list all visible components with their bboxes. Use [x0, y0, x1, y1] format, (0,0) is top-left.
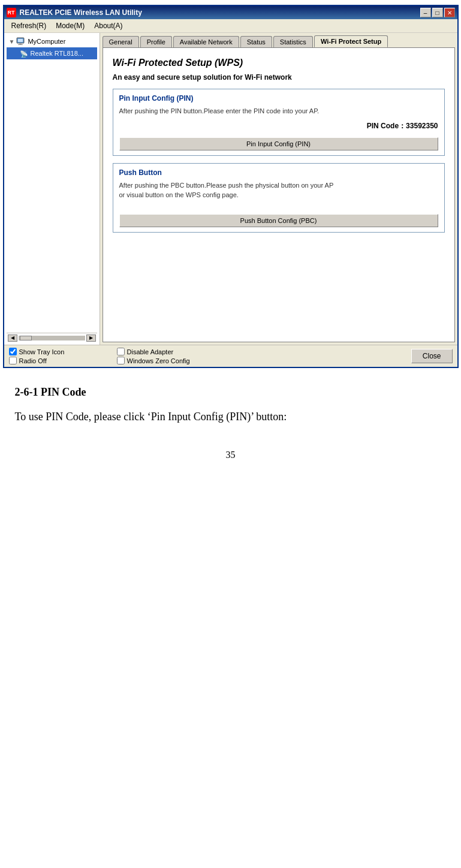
bottom-right-controls: Close — [411, 349, 453, 363]
wifi-icon: 📡 — [19, 49, 28, 58]
window-close-button[interactable]: ✕ — [444, 8, 455, 17]
pbc-section-title: Push Button — [119, 168, 438, 177]
window-controls: – □ ✕ — [420, 8, 455, 17]
tab-status[interactable]: Status — [240, 36, 272, 47]
tab-statistics[interactable]: Statistics — [273, 36, 313, 47]
bottom-left-controls: Show Tray Icon Radio Off — [9, 348, 117, 364]
tree-item-mycomputer[interactable]: ▼ MyComputer — [7, 35, 97, 47]
show-tray-icon-row: Show Tray Icon — [9, 348, 117, 355]
maximize-button[interactable]: □ — [432, 8, 443, 17]
tree-realtek-label: Realtek RTL818... — [31, 50, 83, 57]
minimize-button[interactable]: – — [420, 8, 431, 17]
scroll-thumb[interactable] — [20, 336, 32, 340]
body-text: To use PIN Code, please click ‘Pin Input… — [15, 408, 447, 426]
scroll-track — [19, 336, 85, 340]
tab-bar: General Profile Available Network Status… — [100, 33, 457, 47]
tree-mycomputer-label: MyComputer — [28, 38, 65, 45]
computer-icon — [16, 37, 25, 46]
pin-input-config-button[interactable]: Pin Input Config (PIN) — [119, 137, 438, 150]
show-tray-icon-checkbox[interactable] — [9, 348, 17, 355]
menu-mode[interactable]: Mode(M) — [51, 20, 89, 31]
disable-adapter-checkbox[interactable] — [117, 348, 125, 355]
pin-section: Pin Input Config (PIN) After pushing the… — [113, 89, 445, 156]
bottom-bar: Show Tray Icon Radio Off Disable Adapter… — [4, 345, 457, 367]
section-heading: 2-6-1 PIN Code — [15, 386, 447, 399]
tab-available-network[interactable]: Available Network — [173, 36, 239, 47]
svg-text:📡: 📡 — [20, 50, 28, 58]
close-button[interactable]: Close — [411, 349, 453, 363]
menu-bar: Refresh(R) Mode(M) About(A) — [4, 19, 457, 33]
windows-zero-config-checkbox[interactable] — [117, 357, 125, 364]
windows-zero-config-row: Windows Zero Config — [117, 357, 411, 364]
tree-view: ▼ MyComputer — [7, 35, 97, 333]
scroll-left-btn[interactable]: ◀ — [8, 334, 17, 342]
window-title: REALTEK PCIE Wireless LAN Utility — [20, 8, 420, 17]
tab-wifi-protect-setup[interactable]: Wi-Fi Protect Setup — [314, 35, 388, 47]
svg-rect-3 — [18, 44, 23, 45]
title-bar: RT REALTEK PCIE Wireless LAN Utility – □… — [4, 6, 457, 19]
app-icon: RT — [7, 8, 16, 17]
sidebar: ▼ MyComputer — [4, 33, 100, 345]
svg-rect-1 — [18, 39, 23, 42]
bottom-middle-controls: Disable Adapter Windows Zero Config — [117, 348, 411, 364]
windows-zero-config-label: Windows Zero Config — [127, 357, 190, 364]
pbc-section: Push Button After pushing the PBC button… — [113, 163, 445, 233]
wps-title: Wi-Fi Protected Setup (WPS) — [113, 58, 445, 68]
tab-general[interactable]: General — [103, 36, 139, 47]
pin-code-display: PIN Code：33592350 — [119, 121, 438, 131]
disable-adapter-label: Disable Adapter — [127, 348, 174, 355]
radio-off-checkbox[interactable] — [9, 357, 17, 364]
tab-content-wps: Wi-Fi Protected Setup (WPS) An easy and … — [103, 47, 455, 342]
disable-adapter-row: Disable Adapter — [117, 348, 411, 355]
push-button-config-button[interactable]: Push Button Config (PBC) — [119, 214, 438, 227]
expand-icon: ▼ — [9, 38, 15, 45]
main-window: RT REALTEK PCIE Wireless LAN Utility – □… — [3, 5, 459, 368]
scroll-right-btn[interactable]: ▶ — [86, 334, 96, 342]
tree-item-realtek[interactable]: 📡 Realtek RTL818... — [7, 47, 97, 59]
below-window-content: 2-6-1 PIN Code To use PIN Code, please c… — [3, 386, 459, 460]
pin-section-description: After pushing the PIN button.Please ente… — [119, 106, 438, 116]
main-area: ▼ MyComputer — [4, 33, 457, 345]
page-number: 35 — [15, 450, 447, 460]
wps-subtitle: An easy and secure setup solution for Wi… — [113, 73, 445, 82]
tab-profile[interactable]: Profile — [140, 36, 172, 47]
pbc-section-description: After pushing the PBC button.Please push… — [119, 180, 438, 200]
menu-refresh[interactable]: Refresh(R) — [7, 20, 52, 31]
sidebar-scrollbar: ◀ ▶ — [7, 333, 97, 342]
radio-off-row: Radio Off — [9, 357, 117, 364]
content-panel: General Profile Available Network Status… — [100, 33, 457, 345]
svg-rect-2 — [19, 43, 22, 44]
radio-off-label: Radio Off — [19, 357, 47, 364]
pin-section-title: Pin Input Config (PIN) — [119, 94, 438, 103]
show-tray-icon-label: Show Tray Icon — [19, 348, 65, 355]
menu-about[interactable]: About(A) — [89, 20, 127, 31]
